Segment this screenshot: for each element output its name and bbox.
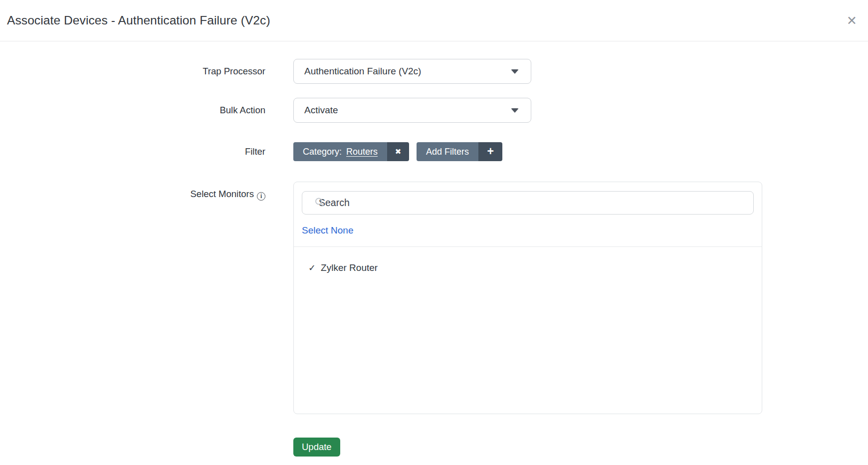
select-none-link[interactable]: Select None <box>302 225 354 236</box>
close-icon[interactable]: ✕ <box>847 14 857 27</box>
filter-chip-category: Category: Routers ✖ <box>293 142 409 161</box>
monitors-list: ✓ Zylker Router <box>294 246 762 414</box>
search-input[interactable] <box>302 191 754 215</box>
associate-devices-modal: Associate Devices - Authentication Failu… <box>0 0 868 457</box>
bulk-action-value: Activate <box>304 105 338 116</box>
list-item[interactable]: ✓ Zylker Router <box>294 247 762 273</box>
monitor-name: Zylker Router <box>321 262 378 273</box>
remove-filter-button[interactable]: ✖ <box>387 142 409 161</box>
bulk-action-row: Bulk Action Activate <box>0 98 868 123</box>
info-icon[interactable]: i <box>257 192 265 201</box>
update-button[interactable]: Update <box>293 438 340 457</box>
filter-chip-value[interactable]: Routers <box>346 147 378 157</box>
plus-icon: + <box>487 145 493 158</box>
add-filters-button[interactable]: Add Filters <box>417 142 478 161</box>
page-title: Associate Devices - Authentication Failu… <box>7 13 270 27</box>
check-icon: ✓ <box>308 262 316 273</box>
bulk-action-select[interactable]: Activate <box>293 98 531 123</box>
close-icon: ✖ <box>395 147 402 156</box>
chevron-down-icon <box>511 108 519 113</box>
modal-actions: Update <box>293 438 868 457</box>
add-filters-chip: Add Filters + <box>417 142 502 161</box>
select-monitors-label: Select Monitorsi <box>0 182 265 201</box>
add-filter-plus-button[interactable]: + <box>478 142 502 161</box>
filter-row: Filter Category: Routers ✖ Add Filters + <box>0 142 868 161</box>
monitors-panel-header: Select None <box>294 182 762 246</box>
filter-chip-field: Category: <box>303 147 342 157</box>
filter-label: Filter <box>0 146 265 157</box>
trap-processor-label: Trap Processor <box>0 66 265 77</box>
select-monitors-label-text: Select Monitors <box>191 189 254 199</box>
filter-chip-category-edit[interactable]: Category: Routers <box>293 142 387 161</box>
trap-processor-value: Authentication Failure (V2c) <box>304 66 421 77</box>
modal-header: Associate Devices - Authentication Failu… <box>0 0 868 41</box>
monitors-panel: Select None ✓ Zylker Router <box>293 182 762 414</box>
trap-processor-select[interactable]: Authentication Failure (V2c) <box>293 59 531 84</box>
bulk-action-label: Bulk Action <box>0 105 265 116</box>
trap-processor-row: Trap Processor Authentication Failure (V… <box>0 59 868 84</box>
select-monitors-row: Select Monitorsi Select None <box>0 182 868 414</box>
chevron-down-icon <box>511 69 519 74</box>
add-filters-label: Add Filters <box>426 147 469 157</box>
